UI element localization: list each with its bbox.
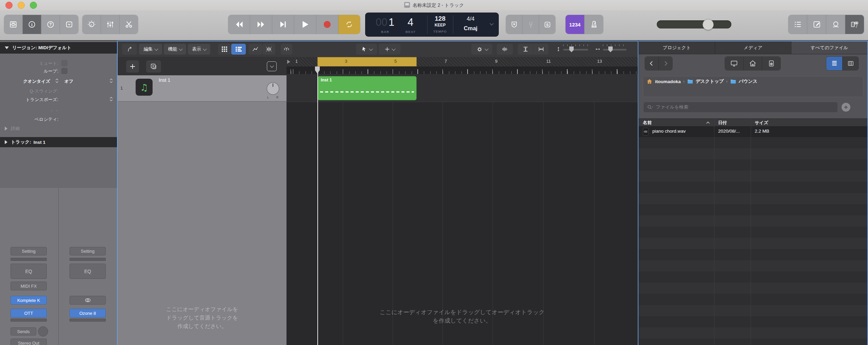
beat-ruler[interactable] xyxy=(287,66,638,74)
left-strip-gain-slot[interactable] xyxy=(11,258,47,261)
pointer-tool-button[interactable] xyxy=(356,44,377,55)
horizontal-zoom-thumb[interactable] xyxy=(608,46,613,52)
vertical-zoom-thumb[interactable] xyxy=(569,46,574,52)
breadcrumb-home[interactable]: itoumadoka xyxy=(655,79,681,84)
lcd-time-signature[interactable]: 4/4 xyxy=(453,16,488,22)
track-row-inst1[interactable]: 1 ♫ Inst 1 M S R L R xyxy=(118,75,287,101)
right-strip-insert-slot[interactable] xyxy=(70,319,106,322)
pan-knob[interactable] xyxy=(267,82,279,95)
snap-button[interactable] xyxy=(281,44,292,55)
event-list-button[interactable] xyxy=(788,15,807,34)
list-view-button[interactable] xyxy=(826,57,843,70)
file-list-empty-area[interactable] xyxy=(639,137,867,345)
left-strip-insert-slot[interactable] xyxy=(11,319,47,322)
computer-location-button[interactable] xyxy=(725,57,744,70)
loop-browser-button[interactable] xyxy=(826,15,845,34)
right-strip-gain-slot[interactable] xyxy=(70,258,106,261)
lcd-key[interactable]: Cmaj xyxy=(453,25,488,32)
breadcrumb-desktop[interactable]: デスクトップ xyxy=(696,78,724,84)
note-pads-button[interactable] xyxy=(807,15,826,34)
region-inspector-header[interactable]: リージョン: MIDIデフォルト xyxy=(0,42,117,54)
right-strip-eq-button[interactable]: EQ xyxy=(70,264,106,279)
loop-checkbox[interactable] xyxy=(61,68,67,74)
cycle-button[interactable] xyxy=(338,15,360,34)
count-in-button[interactable]: 1234 xyxy=(566,15,585,34)
vertical-zoom-control[interactable] xyxy=(556,44,589,54)
home-location-button[interactable] xyxy=(744,57,762,70)
column-divider[interactable] xyxy=(751,118,751,345)
project-location-button[interactable] xyxy=(762,57,781,70)
breadcrumb-bounces[interactable]: バウンス xyxy=(739,78,757,84)
bar-ruler[interactable]: 1 3 5 7 9 11 13 xyxy=(287,57,638,67)
more-disclosure[interactable]: 詳細 xyxy=(5,126,20,132)
lcd-beat-value[interactable]: 4 xyxy=(408,16,413,28)
master-volume-slider[interactable] xyxy=(657,20,731,28)
column-view-button[interactable] xyxy=(843,57,859,70)
tab-media[interactable]: メディア xyxy=(715,41,791,54)
midi-region-inst1[interactable]: Inst 1 xyxy=(317,76,417,100)
track-name[interactable]: Inst 1 xyxy=(159,77,170,83)
horizontal-zoom-control[interactable] xyxy=(595,44,628,54)
inspector-button[interactable]: i xyxy=(23,15,41,34)
column-name[interactable]: 名前 xyxy=(643,120,652,126)
tuner-button[interactable] xyxy=(82,15,101,34)
play-button[interactable] xyxy=(294,15,316,34)
horizontal-zoom-track[interactable] xyxy=(603,49,627,51)
lcd-display[interactable]: 00 1 4 BAR BEAT 128 KEEP TEMPO 4/4 Cmaj xyxy=(366,13,498,36)
add-track-button[interactable] xyxy=(126,60,139,73)
quantize-stepper2-icon[interactable] xyxy=(109,78,113,84)
cycle-region[interactable] xyxy=(317,57,417,66)
editors-button[interactable] xyxy=(120,15,138,34)
lcd-tempo-value[interactable]: 128 xyxy=(427,15,453,22)
timeline[interactable]: 1 3 5 7 9 11 13 Inst 1 ここにオーディオファイルをドラッグ… xyxy=(287,57,638,345)
media-browser-button[interactable]: ♪ xyxy=(845,15,864,34)
track-icon-box[interactable]: ♫ xyxy=(136,79,153,96)
grid-view-button[interactable] xyxy=(218,44,231,55)
horizontal-auto-zoom-button[interactable] xyxy=(533,44,549,55)
left-strip-setting-button[interactable]: Setting xyxy=(11,247,47,255)
file-search-field[interactable]: ファイルを検索 xyxy=(643,102,838,113)
mixer-button[interactable] xyxy=(101,15,120,34)
transpose-stepper-icon[interactable] xyxy=(109,96,113,102)
vertical-auto-zoom-button[interactable] xyxy=(518,44,533,55)
right-strip-insert-button[interactable]: Ozone 8 xyxy=(70,309,106,318)
duplicate-track-button[interactable] xyxy=(146,60,161,73)
left-strip-insert-button[interactable]: OTT xyxy=(11,309,47,318)
tab-project[interactable]: プロジェクト xyxy=(639,41,715,54)
lcd-chevron-icon[interactable] xyxy=(490,23,493,25)
master-volume-knob[interactable] xyxy=(703,19,714,30)
column-size[interactable]: サイズ xyxy=(755,120,768,126)
record-button[interactable] xyxy=(316,15,338,34)
column-divider[interactable] xyxy=(714,118,714,345)
left-strip-instrument-button[interactable]: Komplete K xyxy=(11,296,47,305)
catch-playhead-button[interactable] xyxy=(122,44,137,55)
toolbar-toggle-button[interactable] xyxy=(60,15,78,34)
left-strip-midi-fx-button[interactable]: MIDI FX xyxy=(11,282,47,290)
flex-button[interactable] xyxy=(262,44,275,55)
lcd-bar-value[interactable]: 1 xyxy=(389,16,394,28)
functions-menu-button[interactable]: 機能 xyxy=(164,44,186,55)
track-settings-button[interactable] xyxy=(471,44,492,55)
solo-mode-button[interactable]: S xyxy=(539,15,555,34)
add-file-button[interactable] xyxy=(842,103,850,112)
command-tool-button[interactable] xyxy=(379,44,400,55)
metronome-button[interactable] xyxy=(585,15,603,34)
send-knob[interactable] xyxy=(38,326,48,337)
back-button[interactable] xyxy=(645,57,659,70)
tracks-view-button[interactable] xyxy=(231,44,246,55)
go-to-end-button[interactable] xyxy=(272,15,294,34)
waveform-zoom-button[interactable] xyxy=(497,44,513,55)
track-header-drop-area[interactable]: ここにオーディオファイルを ドラッグして音源トラックを 作成してください。 xyxy=(118,101,287,345)
right-strip-stereo-button[interactable] xyxy=(70,296,106,305)
file-row[interactable]: piano chord.wav 2020/08/... 2.2 MB xyxy=(639,126,867,137)
rewind-button[interactable] xyxy=(228,15,250,34)
lcd-tempo-mode[interactable]: KEEP xyxy=(427,23,453,27)
vertical-zoom-track[interactable] xyxy=(563,49,588,51)
left-strip-output-button[interactable]: Stereo Out xyxy=(11,339,47,345)
track-inspector-header[interactable]: トラック: Inst 1 xyxy=(0,137,117,147)
replace-button[interactable] xyxy=(506,15,522,34)
library-button[interactable] xyxy=(4,15,23,34)
quantize-value[interactable]: オフ xyxy=(64,78,74,84)
forward-button[interactable] xyxy=(250,15,272,34)
view-menu-button[interactable]: 表示 xyxy=(188,44,210,55)
